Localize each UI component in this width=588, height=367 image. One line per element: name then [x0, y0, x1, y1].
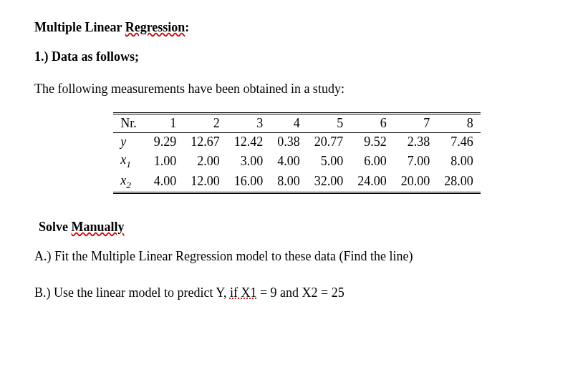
question-a: A.) Fit the Multiple Linear Regression m… [34, 249, 559, 264]
cell: 20.00 [394, 172, 438, 193]
title-underlined: Regression [125, 20, 185, 34]
cell: 8.00 [437, 151, 481, 172]
data-heading: 1.) Data as follows; [34, 49, 559, 64]
cell: 4.00 [270, 151, 307, 172]
cell: 4.00 [147, 172, 184, 193]
data-table-wrapper: Nr. 1 2 3 4 5 6 7 8 y 9.29 12.67 12.42 0… [34, 112, 559, 194]
cell: 2 [183, 114, 227, 133]
cell: 1 [147, 114, 184, 133]
cell: 9.52 [350, 133, 394, 152]
cell: 5.00 [307, 151, 351, 172]
cell: 7 [394, 114, 438, 133]
cell: 24.00 [350, 172, 394, 193]
cell: 7.46 [437, 133, 481, 152]
qb-prefix: B.) Use the linear model to predict Y, [34, 285, 230, 300]
cell: 2.00 [183, 151, 227, 172]
cell: 6 [350, 114, 394, 133]
cell: 3.00 [227, 151, 271, 172]
solve-heading: Solve Manually [39, 220, 559, 235]
table-row: y 9.29 12.67 12.42 0.38 20.77 9.52 2.38 … [113, 133, 481, 152]
data-table: Nr. 1 2 3 4 5 6 7 8 y 9.29 12.67 12.42 0… [113, 112, 481, 194]
cell: 8 [437, 114, 481, 133]
row-label-y: y [113, 133, 147, 152]
row-label-nr: Nr. [113, 114, 147, 133]
cell: 16.00 [227, 172, 271, 193]
cell: 12.67 [183, 133, 227, 152]
solve-prefix: Solve [39, 220, 72, 234]
cell: 12.00 [183, 172, 227, 193]
qb-suffix: = 9 and X2 = 25 [256, 285, 344, 300]
table-row: Nr. 1 2 3 4 5 6 7 8 [113, 114, 481, 133]
cell: 0.38 [270, 133, 307, 152]
qb-if-part: if X1 [230, 285, 257, 300]
cell: 6.00 [350, 151, 394, 172]
cell: 28.00 [437, 172, 481, 193]
cell: 12.42 [227, 133, 271, 152]
cell: 9.29 [147, 133, 184, 152]
cell: 1.00 [147, 151, 184, 172]
cell: 32.00 [307, 172, 351, 193]
page-title: Multiple Linear Regression: [34, 20, 559, 35]
title-prefix: Multiple Linear [34, 20, 125, 34]
row-label-x2: x2 [113, 172, 147, 193]
solve-underlined: Manually [72, 220, 125, 234]
cell: 5 [307, 114, 351, 133]
table-row: x1 1.00 2.00 3.00 4.00 5.00 6.00 7.00 8.… [113, 151, 481, 172]
cell: 3 [227, 114, 271, 133]
intro-text: The following measurements have been obt… [34, 82, 559, 97]
row-label-x1: x1 [113, 151, 147, 172]
cell: 2.38 [394, 133, 438, 152]
table-row: x2 4.00 12.00 16.00 8.00 32.00 24.00 20.… [113, 172, 481, 193]
question-b: B.) Use the linear model to predict Y, i… [34, 285, 559, 300]
cell: 4 [270, 114, 307, 133]
cell: 20.77 [307, 133, 351, 152]
cell: 7.00 [394, 151, 438, 172]
title-suffix: : [185, 20, 189, 34]
cell: 8.00 [270, 172, 307, 193]
